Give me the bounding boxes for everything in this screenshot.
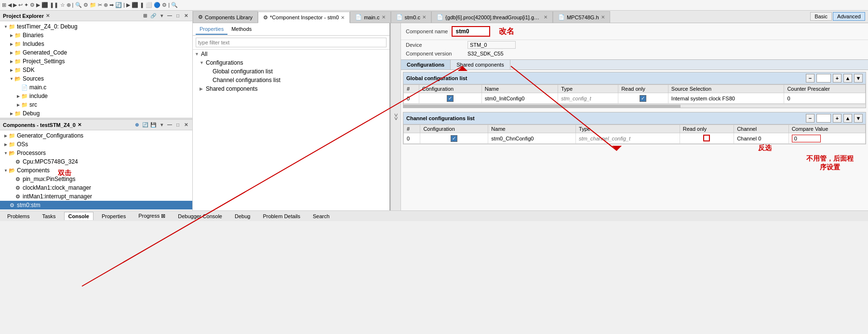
tree-item-sources[interactable]: ▼ 📂 Sources xyxy=(0,74,192,83)
tab-gdb[interactable]: 📄 {gdb[6].proc[42000].threadGroup[i1].gd… xyxy=(431,11,553,23)
tree-item-pinmux[interactable]: ⚙ pin_mux:PinSettings xyxy=(0,175,192,183)
close-components-icon[interactable]: ✕ xyxy=(78,122,81,127)
tree-item-stm0[interactable]: ⚙ stm0:stm xyxy=(0,201,192,209)
up-global-config-btn[interactable]: ▲ xyxy=(843,74,852,83)
close-project-icon[interactable]: ✕ xyxy=(46,13,50,18)
project-explorer-icons: ⊞ 🔗 ▾ — □ ✕ xyxy=(142,13,189,19)
tab-components-library[interactable]: ⚙ Components Library xyxy=(193,11,258,23)
tab-methods[interactable]: Methods xyxy=(227,24,255,35)
checkbox-checked[interactable]: ✓ xyxy=(447,95,454,102)
status-tab-tasks[interactable]: Tasks xyxy=(38,212,60,221)
checkbox-checked[interactable]: ✓ xyxy=(451,135,457,142)
tree-item-cpu[interactable]: ⚙ Cpu:MPC5748G_324 xyxy=(0,157,192,166)
cell-config-check[interactable]: ✓ xyxy=(420,133,488,144)
tree-item-label: OSs xyxy=(17,141,28,148)
tab-stm0-c[interactable]: 📄 stm0.c ✕ xyxy=(391,11,431,23)
global-config-count[interactable]: 1 xyxy=(816,74,831,83)
status-tab-properties[interactable]: Properties xyxy=(97,212,130,221)
tree-item-intman[interactable]: ⚙ intMan1:interrupt_manager xyxy=(0,192,192,201)
tree-item-mainc[interactable]: 📄 main.c xyxy=(0,83,192,92)
basic-button[interactable]: Basic xyxy=(810,12,832,21)
settings-icon[interactable]: ▾ xyxy=(158,122,165,128)
status-tab-search[interactable]: Search xyxy=(308,212,334,221)
tab-close-icon[interactable]: ✕ xyxy=(422,14,426,20)
cell-readonly-check[interactable] xyxy=(680,133,734,144)
tab-main-c[interactable]: 📄 main.c ✕ xyxy=(350,11,390,23)
remove-channel-config-btn[interactable]: − xyxy=(806,114,815,123)
cell-prescaler: 0 xyxy=(784,93,866,104)
component-name-input[interactable] xyxy=(452,26,490,37)
checkbox-unchecked[interactable] xyxy=(703,135,710,141)
tree-item-include[interactable]: ▶ 📁 include xyxy=(0,92,192,100)
tree-item-debug[interactable]: ▶ 📁 Debug xyxy=(0,109,192,118)
collapse-side-panel[interactable]: << xyxy=(390,23,401,210)
comp-tree-all[interactable]: ▼ All xyxy=(193,50,389,58)
add-global-config-btn[interactable]: + xyxy=(833,74,841,83)
close-icon[interactable]: ✕ xyxy=(183,13,189,19)
tree-item-label: Cpu:MPC5748G_324 xyxy=(23,158,78,165)
link-icon[interactable]: 🔗 xyxy=(150,13,157,19)
tree-item-generator[interactable]: ▶ 📁 Generator_Configurations xyxy=(0,131,192,140)
status-tab-progress[interactable]: Progress ⊠ xyxy=(134,211,170,221)
tree-item-components[interactable]: ▼ 📂 Components xyxy=(0,166,192,175)
comp-tree-shared[interactable]: ▶ Shared components xyxy=(193,84,389,93)
tree-item-includes[interactable]: ▶ 📁 Includes xyxy=(0,40,192,48)
comp-tree-configurations[interactable]: ▼ Configurations xyxy=(193,58,389,67)
config-tab-configurations[interactable]: Configurations xyxy=(401,60,451,70)
collapse-arrow-btn[interactable]: << xyxy=(391,111,401,122)
tree-item-src[interactable]: ▶ 📁 src xyxy=(0,100,192,109)
comp-tree-global-config[interactable]: Global configuration list xyxy=(193,67,389,76)
components-header-icons: ⊕ 🔄 💾 ▾ — □ ✕ xyxy=(134,122,189,128)
tree-item-processors[interactable]: ▼ 📂 Processors xyxy=(0,149,192,157)
cell-readonly-check[interactable]: ✓ xyxy=(618,93,668,104)
tree-item-generated[interactable]: ▶ 📁 Generated_Code xyxy=(0,48,192,57)
down-channel-config-btn[interactable]: ▼ xyxy=(854,114,863,123)
channel-config-count[interactable]: 1 xyxy=(816,114,831,123)
tree-item-project-settings[interactable]: ▶ 📁 Project_Settings xyxy=(0,57,192,66)
new-component-icon[interactable]: ⊕ xyxy=(134,122,140,128)
sync-icon[interactable]: 🔄 xyxy=(142,122,148,128)
status-tab-console[interactable]: Console xyxy=(64,212,93,220)
cell-compare[interactable] xyxy=(788,133,865,144)
tab-close-icon[interactable]: ✕ xyxy=(341,15,345,20)
close-icon2[interactable]: ✕ xyxy=(183,122,189,128)
minimize-icon2[interactable]: — xyxy=(166,122,173,128)
checkbox-checked[interactable]: ✓ xyxy=(640,95,646,102)
cell-config-check[interactable]: ✓ xyxy=(419,93,481,104)
save-icon[interactable]: 💾 xyxy=(150,122,157,128)
folder-icon: 📁 xyxy=(14,67,21,73)
tab-properties[interactable]: Properties xyxy=(196,24,227,35)
collapse-all-icon[interactable]: ⊞ xyxy=(142,13,148,19)
add-channel-config-btn[interactable]: + xyxy=(833,114,841,123)
comp-tree-channel-config[interactable]: Channel configurations list xyxy=(193,76,389,84)
tab-close-icon[interactable]: ✕ xyxy=(382,14,386,20)
tree-item-project[interactable]: ▼ 📁 testTimer_Z4_0: Debug xyxy=(0,22,192,31)
tab-label: MPC5748G.h xyxy=(567,14,599,20)
down-global-config-btn[interactable]: ▼ xyxy=(854,74,863,83)
status-tab-debugger-console[interactable]: Debugger Console xyxy=(174,212,227,221)
project-explorer-title: Project Explorer xyxy=(3,13,44,19)
status-tab-debug[interactable]: Debug xyxy=(230,212,254,221)
filter-input[interactable] xyxy=(196,38,387,47)
remove-global-config-btn[interactable]: − xyxy=(806,74,815,83)
status-tab-problem-details[interactable]: Problem Details xyxy=(258,212,305,221)
tab-close-icon[interactable]: ✕ xyxy=(544,14,548,20)
settings-icon[interactable]: ▾ xyxy=(158,13,165,19)
status-tab-problems[interactable]: Problems xyxy=(3,212,34,221)
maximize-icon2[interactable]: □ xyxy=(174,122,181,128)
expand-arrow: ▶ xyxy=(15,93,21,99)
tree-item-clockman[interactable]: ⚙ clockMan1:clock_manager xyxy=(0,183,192,192)
maximize-icon[interactable]: □ xyxy=(174,13,181,19)
tab-component-inspector[interactable]: ⚙ *Component Inspector - stm0 ✕ xyxy=(258,12,350,23)
advanced-button[interactable]: Advanced xyxy=(833,12,865,21)
tab-mpc[interactable]: 📄 MPC5748G.h ✕ xyxy=(553,11,610,23)
tree-item-sdk[interactable]: ▶ 📁 SDK xyxy=(0,66,192,74)
minimize-icon[interactable]: — xyxy=(166,13,173,19)
up-channel-config-btn[interactable]: ▲ xyxy=(843,114,852,123)
global-config-scrollbar[interactable] xyxy=(403,104,866,108)
tab-close-icon[interactable]: ✕ xyxy=(601,14,605,20)
compare-value-input[interactable] xyxy=(792,135,821,142)
config-tab-shared[interactable]: Shared components xyxy=(451,60,510,70)
tree-item-binaries[interactable]: ▶ 📁 Binaries xyxy=(0,31,192,40)
tree-item-oss[interactable]: ▶ 📁 OSs xyxy=(0,140,192,149)
